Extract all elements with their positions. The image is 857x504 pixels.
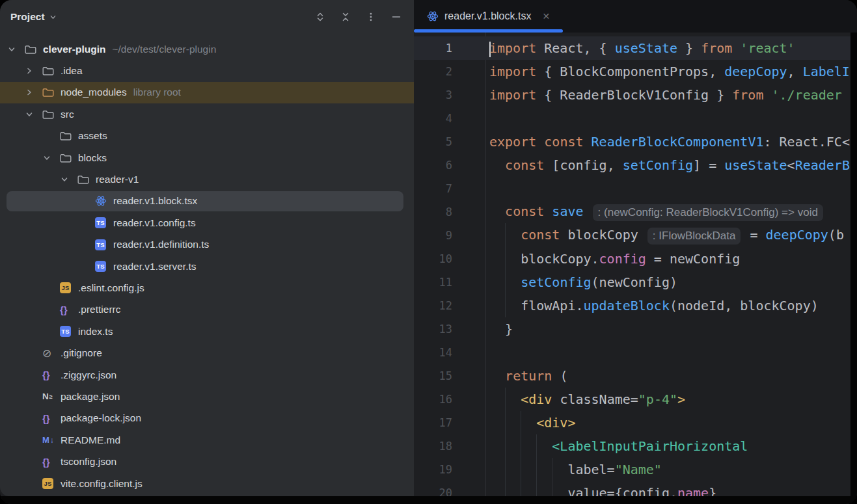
- code-line[interactable]: 13 }: [414, 317, 850, 341]
- code-line[interactable]: 18 <LabelInputPairHorizontal: [414, 434, 850, 458]
- indent-guide-icon: [521, 434, 521, 458]
- tab-close-icon[interactable]: ✕: [542, 11, 550, 21]
- tree-row[interactable]: clever-plugin~/dev/test/clever-plugin: [0, 38, 414, 60]
- tree-item-label: .ziggyrc.json: [61, 369, 116, 381]
- inlay-hint: : IFlowBlockData: [647, 228, 741, 245]
- tree-row[interactable]: .idea: [0, 60, 414, 81]
- line-number[interactable]: 7: [414, 182, 452, 195]
- tree-row[interactable]: JSvite.config.client.js: [0, 473, 414, 494]
- line-number[interactable]: 18: [414, 440, 452, 453]
- tree-item-label: vite.config.client.js: [61, 478, 143, 490]
- code-line[interactable]: 2import { BlockComponentProps, deepCopy,…: [414, 60, 850, 83]
- line-number[interactable]: 11: [414, 276, 452, 289]
- line-number[interactable]: 17: [414, 416, 452, 429]
- indent-guide-icon: [521, 411, 521, 434]
- code-token: className=: [552, 391, 638, 407]
- tree-row[interactable]: {}package-lock.json: [0, 408, 414, 429]
- line-number[interactable]: 6: [414, 159, 452, 172]
- code-token: ReaderB: [795, 157, 850, 173]
- tree-item-label: reader.v1.config.ts: [113, 217, 196, 229]
- code-token: updateBlock: [584, 298, 670, 313]
- braces-icon: {}: [42, 413, 50, 424]
- tree-row[interactable]: {}.ziggyrc.json: [0, 364, 414, 386]
- line-number[interactable]: 5: [414, 135, 452, 148]
- line-text: return (: [485, 364, 567, 388]
- expand-all-icon[interactable]: [314, 11, 326, 23]
- chevron-right-icon[interactable]: [25, 88, 42, 96]
- code-line[interactable]: 5export const ReaderBlockComponentV1: Re…: [414, 130, 850, 153]
- project-view-dropdown[interactable]: Project: [10, 11, 57, 23]
- tree-row[interactable]: {}tsconfig.json: [0, 451, 414, 472]
- more-options-icon[interactable]: [365, 11, 377, 23]
- line-number[interactable]: 3: [414, 88, 452, 101]
- line-number[interactable]: 15: [414, 369, 452, 382]
- tree-row[interactable]: TSreader.v1.server.ts: [0, 256, 414, 277]
- tree-row[interactable]: TSreader.v1.definition.ts: [0, 234, 414, 256]
- line-number[interactable]: 10: [414, 252, 452, 265]
- code-token: >: [677, 391, 685, 407]
- tree-row[interactable]: N≥package.json: [0, 386, 414, 407]
- tree-row[interactable]: node_moduleslibrary root: [0, 82, 414, 103]
- chevron-right-icon[interactable]: [25, 67, 42, 75]
- code-line[interactable]: 17 <div>: [414, 411, 850, 434]
- editor-tab-active[interactable]: reader.v1.block.tsx ✕: [414, 0, 563, 33]
- line-number[interactable]: 4: [414, 112, 452, 125]
- code-editor[interactable]: 1import React, { useState } from 'react'…: [414, 33, 850, 504]
- code-line[interactable]: 8 const save : (newConfig: ReaderBlockV1…: [414, 200, 850, 224]
- tree-row[interactable]: blocks: [0, 147, 414, 168]
- code-line[interactable]: 4: [414, 107, 850, 130]
- line-number[interactable]: 2: [414, 65, 452, 78]
- typescript-icon: TS: [95, 261, 106, 272]
- tree-item-icon-wrap: {}: [42, 457, 61, 468]
- line-text: import { ReaderBlockV1Config } from './r…: [485, 83, 842, 107]
- code-line[interactable]: 11 setConfig(newConfig): [414, 271, 850, 294]
- code-token: [584, 134, 592, 150]
- line-text: blockCopy.config = newConfig: [485, 247, 740, 271]
- code-line[interactable]: 16 <div className="p-4">: [414, 388, 850, 411]
- line-number[interactable]: 9: [414, 229, 452, 242]
- chevron-down-icon[interactable]: [8, 46, 25, 53]
- line-number[interactable]: 16: [414, 393, 452, 406]
- tree-item-icon-wrap: TS: [95, 261, 113, 272]
- chevron-down-icon[interactable]: [43, 154, 60, 162]
- line-number[interactable]: 14: [414, 346, 452, 359]
- tree-row[interactable]: M↓README.md: [0, 429, 414, 451]
- code-token: <div: [521, 391, 552, 407]
- code-line[interactable]: 3import { ReaderBlockV1Config } from './…: [414, 83, 850, 107]
- code-line[interactable]: 9 const blockCopy : IFlowBlockData = dee…: [414, 224, 850, 247]
- chevron-down-icon[interactable]: [25, 111, 42, 118]
- code-line[interactable]: 10 blockCopy.config = newConfig: [414, 247, 850, 271]
- collapse-all-icon[interactable]: [340, 11, 351, 23]
- tree-row[interactable]: TSreader.v1.config.ts: [0, 212, 414, 233]
- tree-item-label: assets: [78, 130, 107, 142]
- code-line[interactable]: 15 return (: [414, 364, 850, 388]
- tree-item-icon-wrap: {}: [60, 304, 78, 315]
- code-line[interactable]: 7: [414, 177, 850, 200]
- tree-row[interactable]: {}.prettierrc: [0, 299, 414, 321]
- indent-guide-icon: [505, 247, 506, 271]
- code-token: [489, 368, 505, 384]
- tree-row[interactable]: reader.v1.block.tsx: [0, 191, 414, 212]
- tree-row[interactable]: JS.eslint.config.js: [0, 277, 414, 298]
- line-number[interactable]: 8: [414, 206, 452, 219]
- line-number[interactable]: 13: [414, 323, 452, 336]
- code-line[interactable]: 1import React, { useState } from 'react': [414, 36, 850, 60]
- code-line[interactable]: 6 const [config, setConfig] = useState<R…: [414, 153, 850, 177]
- line-number[interactable]: 12: [414, 299, 452, 312]
- tree-item-label: package-lock.json: [61, 412, 141, 424]
- tree-row[interactable]: assets: [0, 126, 414, 147]
- tree-row[interactable]: src: [0, 103, 414, 125]
- code-line[interactable]: 14: [414, 341, 850, 364]
- tree-row[interactable]: ⊘.gitignore: [0, 342, 414, 364]
- line-number[interactable]: 1: [414, 42, 452, 55]
- tree-row[interactable]: reader-v1: [0, 168, 414, 190]
- tree-row[interactable]: TSindex.ts: [0, 321, 414, 342]
- code-token: }: [677, 40, 701, 56]
- code-line[interactable]: 19 label="Name": [414, 458, 850, 481]
- chevron-down-icon[interactable]: [61, 176, 77, 183]
- code-token: ,: [787, 64, 803, 79]
- code-line[interactable]: 12 flowApi.updateBlock(nodeId, blockCopy…: [414, 294, 850, 317]
- code-token: : React.FC<: [763, 134, 849, 150]
- hide-panel-icon[interactable]: [390, 11, 402, 23]
- line-number[interactable]: 19: [414, 463, 452, 476]
